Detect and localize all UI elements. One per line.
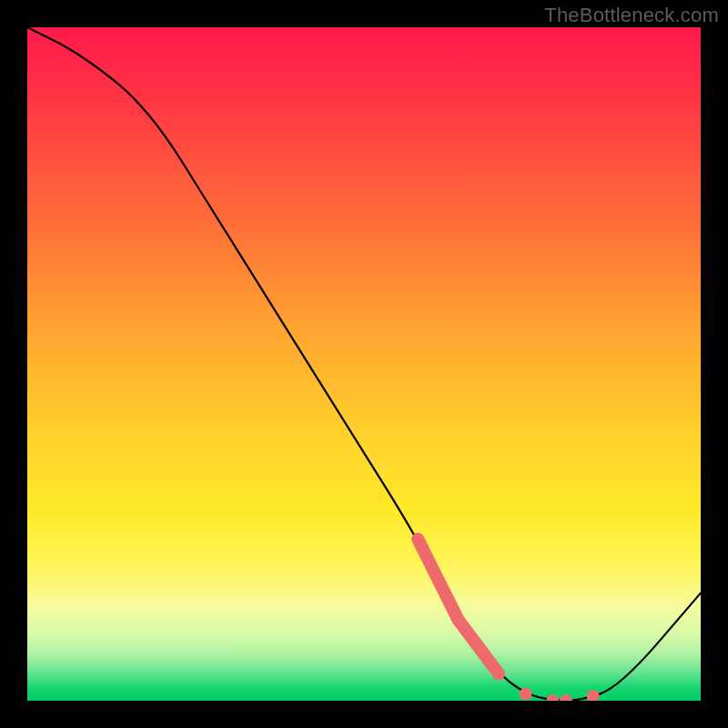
highlight-dot: [560, 694, 572, 701]
highlight-dot: [546, 694, 559, 701]
highlight-dot: [520, 688, 532, 701]
watermark-text: TheBottleneck.com: [544, 4, 719, 27]
plot-area: [27, 27, 701, 701]
chart-stage: TheBottleneck.com: [0, 0, 728, 728]
curve-svg: [27, 27, 701, 701]
highlight-segment: [418, 539, 499, 673]
highlight-dot: [587, 690, 600, 701]
bottleneck-curve-path: [27, 27, 701, 701]
highlight-dots: [520, 688, 600, 701]
